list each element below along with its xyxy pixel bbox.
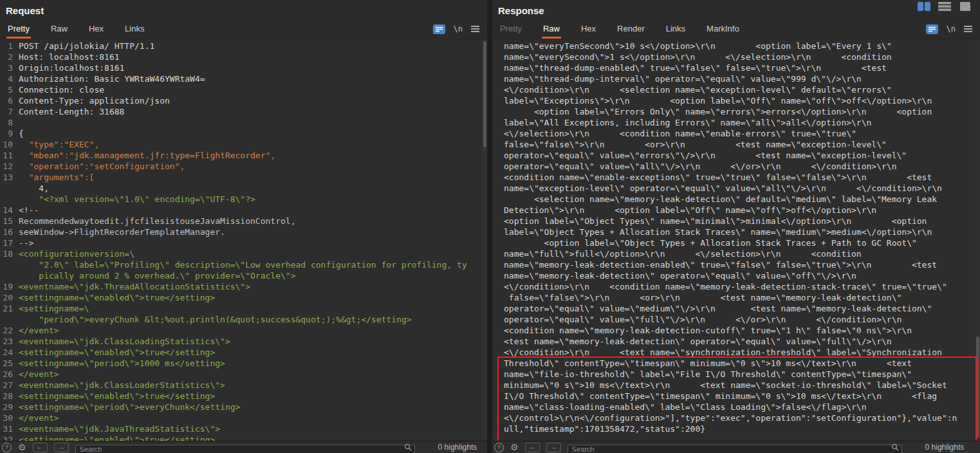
tab-render[interactable]: Render	[616, 19, 646, 39]
layout-single-button[interactable]	[959, 2, 972, 11]
code-line: operator=\"equal\" value=\"medium\"\/>\r…	[492, 303, 980, 314]
code-line: I\/O Threshold\" contentType=\"timespan\…	[492, 391, 980, 402]
code-line: 26</event>	[0, 369, 487, 380]
code-line: 6Content-Type: application/json	[0, 95, 487, 106]
search-settings-gear-icon[interactable]	[510, 443, 519, 452]
wrap-lines-icon[interactable]	[926, 24, 938, 34]
request-scrollbar[interactable]	[483, 39, 487, 441]
code-line: 24<settingname=\"enabled\">true</setting…	[0, 347, 487, 358]
code-line: "<?xml version=\"1.0\" encoding=\"UTF-8\…	[0, 194, 487, 205]
layout-columns-button[interactable]	[918, 2, 930, 11]
code-line: 5Connection: close	[0, 84, 487, 95]
tab-pretty[interactable]: Pretty	[6, 19, 31, 39]
tab-links[interactable]: Links	[665, 19, 687, 39]
search-icon	[404, 443, 412, 451]
line-number: 7	[0, 106, 19, 117]
line-number: 8	[0, 117, 19, 128]
panel-splitter[interactable]	[487, 0, 492, 453]
burp-message-viewer: Request PrettyRawHexLinks \n 1POST /api/…	[0, 0, 980, 453]
line-number: 10	[0, 139, 19, 150]
request-editor[interactable]: 1POST /api/jolokia/ HTTP/1.12Host: local…	[0, 39, 487, 441]
code-line: 16seeWindow->FlightRecorderTemplateManag…	[0, 226, 487, 237]
split-rows-icon	[938, 2, 951, 11]
code-line: 21<settingname=\	[0, 303, 487, 314]
line-number: 23	[0, 336, 19, 347]
editor-menu-icon[interactable]	[471, 26, 479, 32]
code-line: 14<!--	[0, 205, 487, 216]
next-match-button[interactable]	[54, 443, 69, 452]
line-number: 20	[0, 292, 19, 303]
request-tabbar: PrettyRawHexLinks \n	[0, 19, 487, 39]
code-line: 32<settingname=\"enabled\">true</setting…	[0, 434, 487, 441]
code-line: label=\"All Exceptions, including Errors…	[492, 117, 980, 128]
code-line: 27<eventname=\"jdk.ClassLoaderStatistics…	[0, 380, 487, 391]
response-tabbar: PrettyRawHexRenderLinksMarkInfo \n	[492, 19, 980, 39]
line-number: 12	[0, 161, 19, 172]
line-number: 29	[0, 402, 19, 412]
code-line: "period\">everyChunk &lt;%out.println(&q…	[0, 314, 487, 325]
editor-menu-icon[interactable]	[964, 26, 972, 32]
code-line: pically around 2 % overhead.\" provider=…	[0, 270, 487, 281]
code-line: 9{	[0, 128, 487, 139]
code-line: 1POST /api/jolokia/ HTTP/1.1	[0, 41, 487, 51]
response-search-input[interactable]	[568, 445, 902, 453]
tab-links[interactable]: Links	[124, 19, 145, 39]
code-line: operator=\"equal\" value=\"errors\"\/>\r…	[492, 150, 980, 161]
wrap-lines-icon[interactable]	[433, 24, 445, 34]
code-line: 4Authorization: Basic YWRtaW46YWRtaW4=	[0, 73, 487, 84]
code-line: 20<settingname=\"enabled\">true</setting…	[0, 292, 487, 303]
code-line: name=\"exception-level\" operator=\"equa…	[492, 183, 980, 194]
line-number: 3	[0, 62, 19, 73]
response-search-field	[568, 443, 902, 452]
code-line: <\/condition>\r\n <selection name=\"exce…	[492, 84, 980, 95]
line-number: 14	[0, 205, 19, 216]
code-line: 22</event>	[0, 325, 487, 336]
help-icon[interactable]	[2, 443, 12, 452]
tab-hex[interactable]: Hex	[88, 19, 105, 39]
previous-match-button[interactable]	[525, 443, 540, 452]
code-line: <condition name=\"enable-exceptions\" tr…	[492, 172, 980, 183]
response-tabbar-icons: \n	[926, 19, 972, 39]
code-line: 13 "arguments":[	[0, 172, 487, 183]
next-match-button[interactable]	[546, 443, 561, 452]
code-line: 7Content-Length: 31688	[0, 106, 487, 117]
code-line: false=\"false\">\r\n <or>\r\n <test name…	[492, 292, 980, 303]
code-line: 29<settingname=\"period\">everyChunk</se…	[0, 402, 487, 412]
help-icon[interactable]	[494, 443, 504, 452]
line-number: 13	[0, 172, 19, 183]
response-scrollbar-thumb[interactable]	[976, 337, 979, 438]
tab-markinfo[interactable]: MarkInfo	[705, 19, 741, 39]
code-line: 18<configurationversion=\	[0, 248, 487, 259]
code-line: 15Recommendedwaytoedit.jfcfilesistouseJa…	[0, 216, 487, 226]
layout-rows-button[interactable]	[938, 2, 951, 11]
layout-buttons	[918, 2, 972, 11]
tab-raw[interactable]: Raw	[542, 19, 561, 39]
previous-match-button[interactable]	[33, 443, 48, 452]
code-line: Threshold\" contentType=\"timespan\" min…	[492, 358, 980, 369]
response-panel-title: Response	[498, 5, 544, 16]
response-scrollbar[interactable]	[975, 39, 980, 441]
code-line: ull,"timestamp":1701358472,"status":200}	[492, 423, 980, 434]
code-line: 3Origin:localhost:8161	[0, 62, 487, 73]
line-number: 26	[0, 369, 19, 380]
response-editor[interactable]: name=\"everyTenSecond\">10 s<\/option>\r…	[492, 39, 980, 441]
code-line: 8	[0, 117, 487, 128]
response-tabs: PrettyRawHexRenderLinksMarkInfo	[499, 19, 741, 39]
code-line: 2Host: localhost:8161	[0, 51, 487, 62]
tab-hex[interactable]: Hex	[580, 19, 597, 39]
request-scrollbar-thumb[interactable]	[483, 41, 486, 147]
tab-raw[interactable]: Raw	[50, 19, 69, 39]
line-number: 17	[0, 237, 19, 248]
code-line: name=\"file-io-threshold\" label=\"File …	[492, 369, 980, 380]
code-line: minimum=\"0 s\">10 ms<\/text>\r\n <text …	[492, 380, 980, 391]
line-number: 11	[0, 150, 19, 161]
code-line: <option label=\"Errors Only\" name=\"err…	[492, 106, 980, 117]
request-search-input[interactable]	[75, 445, 415, 453]
code-line: 25<settingname=\"period\">1000 ms</setti…	[0, 358, 487, 369]
code-line: <option label=\"Object Types + Allocatio…	[492, 237, 980, 248]
show-newlines-icon[interactable]: \n	[947, 24, 956, 33]
single-pane-icon	[959, 2, 972, 11]
show-newlines-icon[interactable]: \n	[454, 24, 463, 33]
tab-pretty: Pretty	[499, 19, 523, 39]
search-settings-gear-icon[interactable]	[18, 443, 26, 452]
